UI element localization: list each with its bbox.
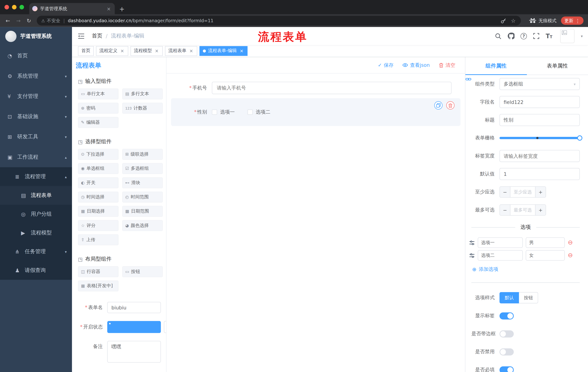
help-icon[interactable]: ?: [521, 33, 527, 39]
sidebar-item-home[interactable]: ◔ 首页: [0, 46, 72, 66]
style-default-button[interactable]: 默认: [500, 292, 519, 303]
decrease-button[interactable]: −: [500, 187, 511, 197]
sidebar-item-process-form[interactable]: ▤ 流程表单: [0, 186, 72, 205]
comp-time-range[interactable]: ◴时间范围: [122, 192, 163, 202]
close-icon[interactable]: ×: [120, 48, 125, 53]
tab-form-props[interactable]: 表单属性: [527, 57, 588, 74]
disabled-toggle[interactable]: [500, 348, 514, 355]
phone-field[interactable]: *手机号: [171, 82, 461, 94]
required-toggle[interactable]: [500, 366, 514, 372]
comp-slider[interactable]: ⊷滑块: [122, 177, 163, 188]
label-width-input[interactable]: [500, 150, 580, 162]
sidebar-item-workflow[interactable]: ▣ 工作流程 ▴: [0, 147, 72, 167]
remove-option-icon[interactable]: ⊖: [568, 252, 573, 258]
comp-checkbox-group[interactable]: ☑多选框组: [122, 163, 163, 174]
sidebar-item-payment-management[interactable]: ¥ 支付管理 ▾: [0, 86, 72, 106]
tag-process-definition[interactable]: 流程定义 ×: [96, 46, 128, 56]
comp-table[interactable]: ▦表格[开发中]: [78, 280, 119, 291]
comp-rate[interactable]: ☆评分: [78, 220, 119, 231]
gender-option-1-label[interactable]: 选项一: [220, 109, 235, 116]
comp-switch[interactable]: ◐开关: [78, 177, 119, 188]
decrease-button[interactable]: −: [500, 205, 511, 215]
copy-widget-button[interactable]: [434, 101, 442, 109]
comp-row-container[interactable]: ◫行容器: [78, 266, 119, 277]
grid-slider[interactable]: [500, 132, 580, 144]
comp-single-line-text[interactable]: ▭单行文本: [78, 88, 119, 99]
sidebar-item-dev-tools[interactable]: ⊞ 研发工具 ▾: [0, 127, 72, 147]
tab-close-icon[interactable]: ×: [106, 6, 112, 11]
border-toggle[interactable]: [500, 330, 514, 337]
gender-checkbox-1[interactable]: [212, 110, 217, 115]
window-minimize-button[interactable]: [12, 5, 17, 10]
slider-handle[interactable]: [577, 135, 582, 141]
breadcrumb-home[interactable]: 首页: [92, 32, 102, 39]
fullscreen-icon[interactable]: [533, 32, 540, 40]
window-close-button[interactable]: [5, 5, 9, 10]
comp-upload[interactable]: ⇧上传: [78, 234, 119, 245]
add-option-button[interactable]: ⊕ 添加选项: [472, 266, 580, 273]
sidebar-item-process-management[interactable]: ≣ 流程管理 ▴: [0, 167, 72, 186]
status-radio-on[interactable]: [107, 321, 161, 333]
drag-handle-icon[interactable]: [469, 253, 475, 258]
update-button[interactable]: 更新 ⋮: [561, 17, 584, 25]
browser-tab[interactable]: 芋道管理系统 ×: [29, 3, 115, 14]
drag-handle-icon[interactable]: [469, 240, 475, 245]
search-icon[interactable]: [494, 32, 502, 40]
show-label-toggle[interactable]: [500, 312, 514, 319]
tag-process-form-edit[interactable]: 流程表单-编辑 ×: [200, 46, 248, 56]
component-type-select[interactable]: 多选框组 ▾: [500, 78, 580, 90]
comp-time-picker[interactable]: ◷时间选择: [78, 192, 119, 202]
sidebar-item-process-model[interactable]: ▶ 流程模型: [0, 223, 72, 242]
sidebar-toggle-icon[interactable]: [78, 33, 84, 39]
remove-option-icon[interactable]: ⊖: [568, 240, 573, 246]
avatar[interactable]: [560, 29, 574, 43]
tag-process-form[interactable]: 流程表单 ×: [165, 46, 197, 56]
close-icon[interactable]: ×: [239, 48, 244, 53]
avatar-caret-icon[interactable]: ▾: [581, 34, 583, 38]
address-bar[interactable]: ⚠ 不安全 | dashboard.yudao.iocoder.cn/bpm/m…: [37, 16, 521, 26]
option-value-input[interactable]: [526, 250, 565, 261]
increase-button[interactable]: +: [535, 205, 546, 215]
github-icon[interactable]: [507, 32, 515, 40]
close-icon[interactable]: ×: [189, 48, 194, 53]
sidebar-item-leave-query[interactable]: ♟ 请假查询: [0, 261, 72, 280]
window-zoom-button[interactable]: [20, 5, 24, 10]
link-icon[interactable]: [465, 76, 472, 83]
font-size-icon[interactable]: TT: [546, 32, 553, 40]
comp-select[interactable]: ⊙下拉选择: [78, 149, 119, 160]
save-button[interactable]: ✓ 保存: [378, 62, 394, 68]
sidebar-item-infrastructure[interactable]: ⊡ 基础设施 ▾: [0, 106, 72, 127]
comp-textarea[interactable]: ▤多行文本: [122, 88, 163, 99]
field-name-input[interactable]: [500, 96, 580, 108]
tab-component-props[interactable]: 组件属性: [465, 57, 527, 74]
max-stepper-value[interactable]: 最多可选: [510, 205, 535, 215]
style-button-button[interactable]: 按钮: [519, 292, 538, 303]
comp-radio-group[interactable]: ◉单选框组: [78, 163, 119, 174]
comp-editor[interactable]: ✎编辑器: [78, 117, 119, 128]
gender-checkbox-2[interactable]: [247, 110, 253, 115]
phone-input[interactable]: [212, 82, 452, 94]
view-json-button[interactable]: 查看json: [403, 62, 430, 68]
comp-cascader[interactable]: ⊞级联选择: [122, 149, 163, 160]
forward-button[interactable]: →: [13, 18, 23, 24]
delete-widget-button[interactable]: [446, 101, 454, 109]
sidebar-item-task-management[interactable]: ⋔ 任务管理 ▾: [0, 242, 72, 261]
option-label-input[interactable]: [478, 250, 523, 261]
close-icon[interactable]: ×: [154, 48, 159, 53]
comp-password[interactable]: ⊛密码: [78, 103, 119, 114]
min-stepper-value[interactable]: 至少应选: [510, 187, 535, 197]
option-value-input[interactable]: [526, 237, 565, 248]
reload-button[interactable]: ↻: [24, 18, 34, 24]
gender-widget-selected[interactable]: *性别 选项一 选项二: [171, 98, 461, 126]
clear-button[interactable]: 清空: [439, 62, 455, 68]
new-tab-button[interactable]: +: [119, 6, 125, 12]
gender-option-2-label[interactable]: 选项二: [256, 109, 270, 116]
title-input[interactable]: [500, 114, 580, 126]
default-value-input[interactable]: [500, 168, 580, 180]
comp-counter[interactable]: 123计数器: [122, 103, 163, 114]
increase-button[interactable]: +: [535, 187, 546, 197]
comp-date-range[interactable]: ▩日期范围: [122, 206, 163, 217]
form-name-input[interactable]: [107, 302, 161, 313]
remark-textarea[interactable]: 嘿嘿: [107, 341, 161, 363]
option-label-input[interactable]: [478, 237, 523, 248]
